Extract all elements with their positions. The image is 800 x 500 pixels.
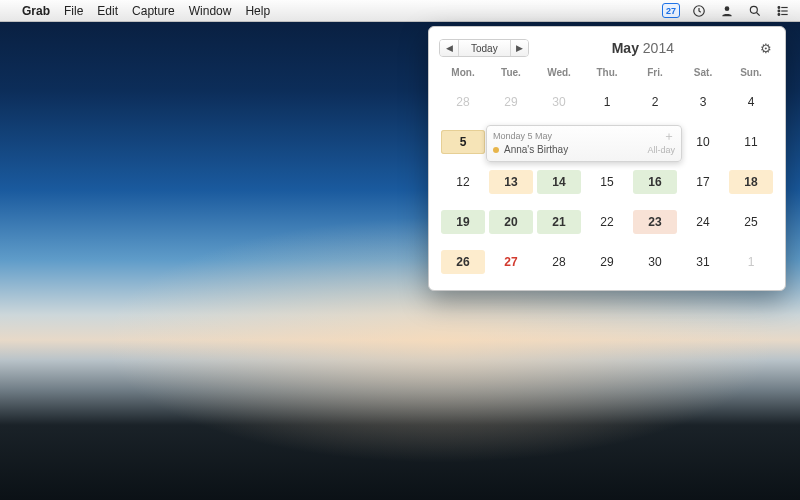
weekday-mon: Mon. [439, 67, 487, 78]
day-cell[interactable]: 1 [729, 250, 773, 274]
day-cell[interactable]: 14 [537, 170, 581, 194]
day-cell[interactable]: 11 [729, 130, 773, 154]
day-cell[interactable]: 30 [633, 250, 677, 274]
weekday-sat: Sat. [679, 67, 727, 78]
weekday-wed: Wed. [535, 67, 583, 78]
gear-icon: ⚙ [760, 41, 772, 56]
svg-point-5 [778, 10, 780, 12]
spotlight-search-icon[interactable] [746, 2, 764, 20]
svg-point-2 [750, 6, 757, 13]
add-event-button[interactable]: ＋ [663, 130, 675, 142]
event-color-dot [493, 147, 499, 153]
day-cell[interactable]: 27 [489, 250, 533, 274]
day-cell[interactable]: 24 [681, 210, 725, 234]
day-cell[interactable]: 22 [585, 210, 629, 234]
calendar-title: May 2014 [529, 40, 757, 56]
day-cell[interactable]: 13 [489, 170, 533, 194]
day-cell[interactable]: 28 [537, 250, 581, 274]
menubar-calendar-icon[interactable]: 27 [662, 2, 680, 20]
prev-month-button[interactable]: ◀ [440, 40, 458, 56]
event-popover-date: Monday 5 May [493, 131, 552, 141]
notification-center-icon[interactable] [774, 2, 792, 20]
day-cell[interactable]: 28 [441, 90, 485, 114]
user-icon[interactable] [718, 2, 736, 20]
calendar-badge: 27 [662, 3, 680, 18]
weekday-header-row: Mon. Tue. Wed. Thu. Fri. Sat. Sun. [439, 67, 775, 80]
app-menu[interactable]: Grab [22, 4, 50, 18]
menu-capture[interactable]: Capture [132, 4, 175, 18]
day-cell[interactable]: 21 [537, 210, 581, 234]
day-cell[interactable]: 10 [681, 130, 725, 154]
day-cell[interactable]: 18 [729, 170, 773, 194]
menu-help[interactable]: Help [245, 4, 270, 18]
day-cell[interactable]: 5 [441, 130, 485, 154]
calendar-month: May [612, 40, 639, 56]
svg-point-1 [725, 6, 730, 11]
day-cell[interactable]: 29 [585, 250, 629, 274]
day-cell[interactable]: 16 [633, 170, 677, 194]
day-cell[interactable]: 23 [633, 210, 677, 234]
day-cell[interactable]: 15 [585, 170, 629, 194]
menu-edit[interactable]: Edit [97, 4, 118, 18]
day-cell[interactable]: 1 [585, 90, 629, 114]
event-name[interactable]: Anna's Birthay [504, 144, 647, 155]
day-cell[interactable]: 20 [489, 210, 533, 234]
next-month-button[interactable]: ▶ [510, 40, 528, 56]
day-cell[interactable]: 25 [729, 210, 773, 234]
month-nav-cluster: ◀ Today ▶ [439, 39, 529, 57]
day-cell[interactable]: 26 [441, 250, 485, 274]
menu-file[interactable]: File [64, 4, 83, 18]
weekday-tue: Tue. [487, 67, 535, 78]
settings-button[interactable]: ⚙ [757, 39, 775, 57]
clock-icon[interactable] [690, 2, 708, 20]
event-popover: Monday 5 May ＋ Anna's Birthay All-day [486, 125, 682, 162]
svg-point-3 [778, 6, 780, 8]
weekday-fri: Fri. [631, 67, 679, 78]
weekday-sun: Sun. [727, 67, 775, 78]
day-cell[interactable]: 4 [729, 90, 773, 114]
day-cell[interactable]: 29 [489, 90, 533, 114]
menu-window[interactable]: Window [189, 4, 232, 18]
day-cell[interactable]: 17 [681, 170, 725, 194]
calendar-header: ◀ Today ▶ May 2014 ⚙ [439, 35, 775, 61]
weekday-thu: Thu. [583, 67, 631, 78]
calendar-popover: ◀ Today ▶ May 2014 ⚙ Mon. Tue. Wed. Thu.… [428, 26, 786, 291]
event-allday-label: All-day [647, 145, 675, 155]
day-cell[interactable]: 19 [441, 210, 485, 234]
day-cell[interactable]: 2 [633, 90, 677, 114]
svg-point-7 [778, 13, 780, 15]
day-cell[interactable]: 12 [441, 170, 485, 194]
day-cell[interactable]: 3 [681, 90, 725, 114]
day-cell[interactable]: 31 [681, 250, 725, 274]
calendar-grid: 2829301234567891011121314151617181920212… [439, 80, 775, 276]
menubar: Grab File Edit Capture Window Help 27 [0, 0, 800, 22]
day-cell[interactable]: 30 [537, 90, 581, 114]
today-button[interactable]: Today [458, 40, 510, 56]
calendar-year: 2014 [643, 40, 674, 56]
